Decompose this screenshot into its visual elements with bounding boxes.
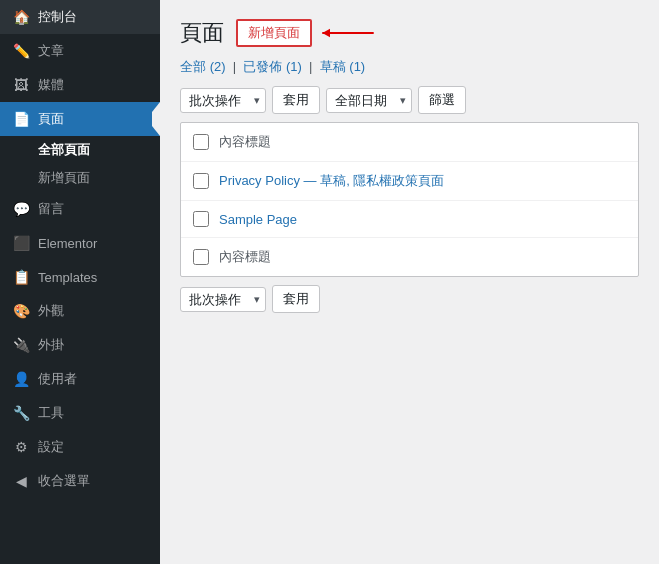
bottom-bulk-action-select[interactable]: 批次操作	[180, 287, 266, 312]
sidebar-item-appearance[interactable]: 🎨 外觀	[0, 294, 160, 328]
bulk-action-select-wrap: 批次操作	[180, 88, 266, 113]
dashboard-icon: 🏠	[12, 8, 30, 26]
settings-icon: ⚙	[12, 438, 30, 456]
row-checkbox-4[interactable]	[193, 249, 209, 265]
sidebar-item-users[interactable]: 👤 使用者	[0, 362, 160, 396]
row-checkbox-2[interactable]	[193, 173, 209, 189]
sidebar-item-label: 外觀	[38, 302, 64, 320]
page-header: 頁面 新增頁面	[180, 18, 639, 48]
main-content: 頁面 新增頁面 全部 (2) | 已發佈 (1) | 草稿 (1) 批次操作 套…	[160, 0, 659, 564]
bottom-bulk-action-select-wrap: 批次操作	[180, 287, 266, 312]
filter-all[interactable]: 全部 (2)	[180, 59, 226, 74]
all-pages-label: 全部頁面	[38, 142, 90, 157]
sidebar-item-posts[interactable]: ✏️ 文章	[0, 34, 160, 68]
add-new-button[interactable]: 新增頁面	[236, 19, 312, 47]
sidebar-item-label: 設定	[38, 438, 64, 456]
plugins-icon: 🔌	[12, 336, 30, 354]
table-row: 內容標題	[181, 238, 638, 276]
templates-icon: 📋	[12, 268, 30, 286]
media-icon: 🖼	[12, 76, 30, 94]
row-title-1: 內容標題	[219, 133, 271, 151]
date-select[interactable]: 全部日期	[326, 88, 412, 113]
bulk-action-select[interactable]: 批次操作	[180, 88, 266, 113]
filter-published[interactable]: 已發佈 (1)	[243, 59, 302, 74]
row-title-3[interactable]: Sample Page	[219, 212, 297, 227]
sidebar-item-label: 留言	[38, 200, 64, 218]
table-row: Privacy Policy — 草稿, 隱私權政策頁面	[181, 162, 638, 201]
filter-draft[interactable]: 草稿 (1)	[320, 59, 366, 74]
sidebar-item-label: 外掛	[38, 336, 64, 354]
sidebar-item-elementor[interactable]: ⬛ Elementor	[0, 226, 160, 260]
row-title-2[interactable]: Privacy Policy — 草稿, 隱私權政策頁面	[219, 172, 444, 190]
sidebar-item-media[interactable]: 🖼 媒體	[0, 68, 160, 102]
annotation-arrow	[318, 24, 378, 42]
sidebar-item-label: Elementor	[38, 236, 97, 251]
sidebar-item-label: 工具	[38, 404, 64, 422]
bottom-apply-button[interactable]: 套用	[272, 285, 320, 313]
sidebar-item-label: 控制台	[38, 8, 77, 26]
sidebar-item-plugins[interactable]: 🔌 外掛	[0, 328, 160, 362]
table-row: 內容標題	[181, 123, 638, 162]
row-checkbox-1[interactable]	[193, 134, 209, 150]
filter-bar: 全部 (2) | 已發佈 (1) | 草稿 (1)	[180, 58, 639, 76]
sidebar-item-templates[interactable]: 📋 Templates	[0, 260, 160, 294]
row-checkbox-3[interactable]	[193, 211, 209, 227]
sidebar-sub-all-pages[interactable]: 全部頁面	[0, 136, 160, 164]
sidebar-item-pages[interactable]: 📄 頁面	[0, 102, 160, 136]
collapse-icon: ◀	[12, 472, 30, 490]
comments-icon: 💬	[12, 200, 30, 218]
sidebar-item-settings[interactable]: ⚙ 設定	[0, 430, 160, 464]
sidebar-item-label: 媒體	[38, 76, 64, 94]
page-title: 頁面	[180, 18, 224, 48]
date-select-wrap: 全部日期	[326, 88, 412, 113]
add-new-section: 新增頁面	[236, 19, 378, 47]
table-row: Sample Page	[181, 201, 638, 238]
top-toolbar: 批次操作 套用 全部日期 篩選	[180, 86, 639, 114]
sidebar: 🏠 控制台 ✏️ 文章 🖼 媒體 📄 頁面 全部頁面 新增頁面 💬 留言 ⬛ E…	[0, 0, 160, 564]
svg-marker-1	[322, 29, 330, 38]
sidebar-item-label: 收合選單	[38, 472, 90, 490]
filter-button[interactable]: 篩選	[418, 86, 466, 114]
sidebar-item-comments[interactable]: 💬 留言	[0, 192, 160, 226]
tools-icon: 🔧	[12, 404, 30, 422]
pages-icon: 📄	[12, 110, 30, 128]
sidebar-item-collapse[interactable]: ◀ 收合選單	[0, 464, 160, 498]
sidebar-item-dashboard[interactable]: 🏠 控制台	[0, 0, 160, 34]
apply-button[interactable]: 套用	[272, 86, 320, 114]
sidebar-item-label: 文章	[38, 42, 64, 60]
sidebar-item-label: 頁面	[38, 110, 64, 128]
users-icon: 👤	[12, 370, 30, 388]
sidebar-item-tools[interactable]: 🔧 工具	[0, 396, 160, 430]
appearance-icon: 🎨	[12, 302, 30, 320]
bottom-toolbar: 批次操作 套用	[180, 285, 639, 313]
sidebar-item-label: Templates	[38, 270, 97, 285]
sidebar-sub-add-page[interactable]: 新增頁面	[0, 164, 160, 192]
pages-table: 內容標題 Privacy Policy — 草稿, 隱私權政策頁面 Sample…	[180, 122, 639, 277]
add-page-label: 新增頁面	[38, 170, 90, 185]
posts-icon: ✏️	[12, 42, 30, 60]
row-title-4: 內容標題	[219, 248, 271, 266]
sidebar-item-label: 使用者	[38, 370, 77, 388]
elementor-icon: ⬛	[12, 234, 30, 252]
